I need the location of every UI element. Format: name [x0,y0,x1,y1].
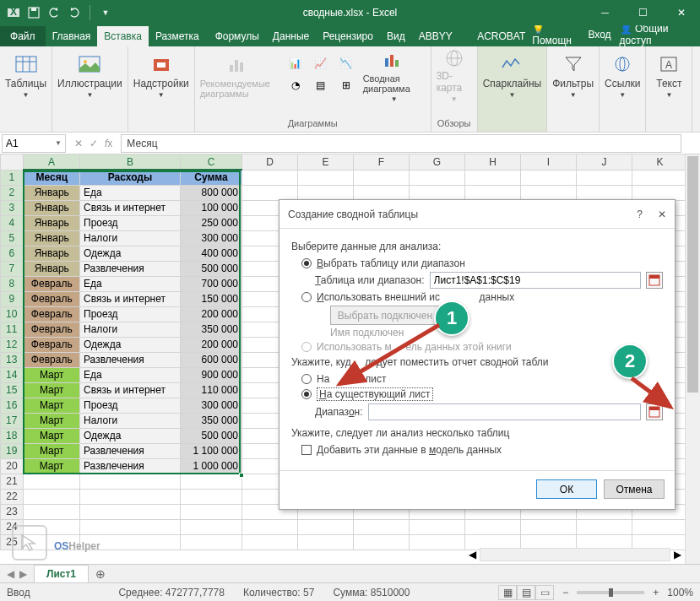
cell[interactable]: Январь [24,185,80,200]
row-header[interactable]: 17 [1,413,24,428]
cell[interactable] [181,534,242,550]
cell[interactable] [410,185,465,200]
sign-in[interactable]: Вход [588,29,610,41]
vertical-scrollbar[interactable] [685,154,700,564]
cell[interactable]: 300 000 [181,230,242,246]
cell[interactable] [577,185,632,200]
column-header[interactable]: K [632,154,688,170]
close-button[interactable]: ✕ [662,0,700,25]
column-header[interactable]: C [181,154,242,170]
cell[interactable]: Одежда [80,428,181,443]
tab-formulas[interactable]: Формулы [209,26,266,46]
tab-data[interactable]: Данные [266,26,316,46]
cell[interactable] [298,185,354,200]
tab-file[interactable]: Файл [0,26,46,46]
ok-button[interactable]: ОК [536,479,597,499]
row-header[interactable]: 3 [1,200,24,215]
filters-button[interactable]: Фильтры▼ [552,48,594,103]
recommended-charts-button[interactable]: Рекомендуемые диаграммы [200,48,279,103]
row-header[interactable]: 8 [1,276,24,291]
cell[interactable]: Одежда [80,337,181,352]
cell[interactable]: Март [24,398,80,413]
cell[interactable] [24,504,80,519]
column-header[interactable]: B [80,154,181,170]
row-header[interactable]: 21 [1,474,24,489]
row-header[interactable]: 13 [1,352,24,367]
row-header[interactable]: 2 [1,185,24,200]
column-header[interactable]: F [354,154,410,170]
column-header[interactable]: H [465,154,521,170]
cell[interactable]: Март [24,428,80,443]
cell[interactable]: Январь [24,200,80,215]
cell[interactable]: 500 000 [181,261,242,276]
tab-abbyy[interactable]: ABBYY Fin [412,26,470,46]
cell[interactable]: Январь [24,230,80,246]
cell[interactable]: Связь и интернет [80,382,181,398]
3d-map-button[interactable]: 3D-карта▼ [437,48,472,103]
view-normal-icon[interactable]: ▦ [498,585,517,600]
radio-existing-sheet[interactable]: На существующий лист [301,387,663,401]
cell[interactable] [24,489,80,504]
cell[interactable]: Февраль [24,276,80,291]
chart-type-icon[interactable]: ⊞ [334,73,358,97]
addins-button[interactable]: Надстройки▼ [133,48,189,103]
cell[interactable] [181,474,242,489]
cell[interactable]: Февраль [24,291,80,306]
cell[interactable]: Налоги [80,322,181,337]
cell[interactable] [577,519,632,534]
chart-type-icon[interactable]: ▤ [309,73,333,97]
help-button[interactable]: ? [637,208,643,220]
cell[interactable]: 100 000 [181,200,242,215]
cell[interactable]: 110 000 [181,382,242,398]
text-button[interactable]: A Текст▼ [651,48,686,103]
cell[interactable]: Март [24,382,80,398]
cell[interactable]: 350 000 [181,322,242,337]
add-sheet-icon[interactable]: ⊕ [89,567,112,581]
redo-icon[interactable] [66,4,83,21]
cell[interactable]: Проезд [80,215,181,230]
share-button[interactable]: 👤 Общий доступ [620,23,692,46]
cell[interactable]: Февраль [24,322,80,337]
cell[interactable] [521,519,577,534]
horizontal-scrollbar[interactable]: ◀▶ [465,545,685,564]
sheet-nav-next-icon[interactable]: ▶ [19,568,27,580]
cell[interactable]: Развлечения [80,352,181,367]
cell[interactable]: 800 000 [181,185,242,200]
row-header[interactable]: 9 [1,291,24,306]
cell[interactable]: Январь [24,246,80,261]
tab-layout[interactable]: Разметка с [149,26,209,46]
cell[interactable] [465,519,521,534]
chart-type-icon[interactable]: 📈 [309,51,333,75]
cell[interactable] [354,534,410,550]
cell[interactable]: Еда [80,276,181,291]
chart-type-icon[interactable]: 📊 [284,51,307,75]
formula-bar[interactable]: Месяц [121,134,681,153]
radio-select-range[interactable]: Выбрать таблицу или диапазон [301,257,663,269]
view-layout-icon[interactable]: ▤ [517,585,535,600]
row-header[interactable]: 16 [1,398,24,413]
checkbox-add-to-model[interactable]: Добавить эти данные в модель данных [301,444,663,456]
cell[interactable]: Налоги [80,413,181,428]
cell[interactable] [632,185,688,200]
row-header[interactable]: 1 [1,170,24,185]
cell[interactable]: Март [24,458,80,474]
cell[interactable]: Февраль [24,337,80,352]
cell[interactable]: 600 000 [181,352,242,367]
maximize-button[interactable]: ☐ [624,0,662,25]
row-header[interactable]: 5 [1,230,24,246]
range-picker-icon[interactable] [646,272,663,289]
cell[interactable]: Одежда [80,246,181,261]
save-icon[interactable] [25,4,42,21]
minimize-button[interactable]: ─ [586,0,624,25]
row-header[interactable]: 22 [1,489,24,504]
row-header[interactable]: 7 [1,261,24,276]
cell[interactable]: 300 000 [181,398,242,413]
cell[interactable]: Январь [24,215,80,230]
cell[interactable]: Март [24,413,80,428]
cell[interactable]: Март [24,443,80,458]
chart-type-icon[interactable]: 📉 [334,51,358,75]
column-header[interactable]: A [24,154,80,170]
cell[interactable]: 1 100 000 [181,443,242,458]
tab-insert[interactable]: Вставка [97,26,149,46]
dialog-close-icon[interactable]: ✕ [658,208,666,220]
